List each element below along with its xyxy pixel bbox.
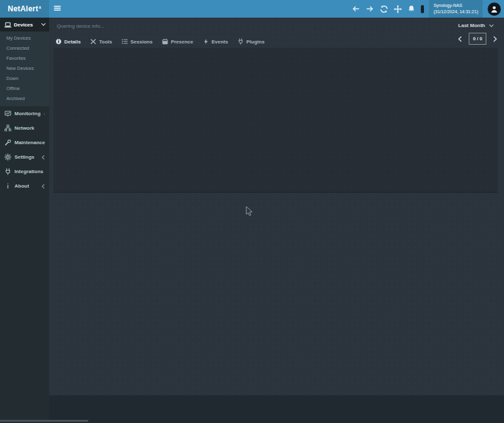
sidebar-item-devices[interactable]: Devices [0, 18, 49, 31]
chevron-left-icon [457, 36, 462, 42]
sidebar-maintenance-label: Maintenance [14, 140, 45, 145]
tab-plugins-label: Plugins [246, 39, 265, 45]
user-icon [490, 5, 498, 13]
device-query-input[interactable] [57, 21, 258, 31]
sidebar-item-my-devices[interactable]: My Devices [0, 33, 49, 43]
sitemap-icon [4, 125, 11, 132]
sidebar-item-connected[interactable]: Connected [0, 43, 49, 54]
tab-sessions-label: Sessions [130, 39, 152, 45]
tab-tools-label: Tools [99, 39, 112, 45]
sidebar-item-offline[interactable]: Offline [0, 84, 49, 94]
nav-forward-button[interactable] [365, 4, 374, 13]
sidebar-item-about[interactable]: About [0, 179, 49, 193]
bolt-icon [203, 38, 209, 45]
sidebar-item-archived[interactable]: Archived [0, 94, 49, 104]
horizontal-scrollbar-thumb[interactable] [0, 420, 88, 422]
list-icon [122, 38, 128, 45]
move-icon [394, 5, 402, 13]
tab-presence[interactable]: Presence [162, 38, 193, 45]
pagination-counter: 0 / 0 [469, 33, 486, 45]
hamburger-icon [53, 4, 62, 13]
tab-details[interactable]: Details [55, 38, 81, 45]
period-selector[interactable]: Last Month [458, 23, 494, 28]
sidebar-network-label: Network [14, 125, 35, 131]
brand-name: NetAlert [8, 4, 38, 13]
devices-submenu: My Devices Connected Favorites New Devic… [0, 31, 49, 106]
tab-plugins[interactable]: Plugins [238, 38, 265, 45]
sidebar-item-integrations[interactable]: Integrations [0, 164, 49, 179]
pagination-next-button[interactable] [491, 33, 499, 45]
sidebar-item-new-devices[interactable]: New Devices [0, 64, 49, 74]
sidebar-item-settings[interactable]: Settings [0, 150, 49, 164]
arrow-left-icon [352, 5, 360, 13]
navbar-controls: Synology-NAS (31/12/2024, 14:31:21) [352, 0, 501, 18]
chart-icon [4, 110, 11, 117]
chevron-left-icon [41, 155, 45, 160]
sidebar-integrations-label: Integrations [14, 169, 43, 174]
content-area: Last Month Details Tools [49, 18, 504, 395]
refresh-button[interactable] [379, 4, 388, 13]
brand-logo[interactable]: NetAlertx [0, 0, 49, 18]
chevron-left-icon [43, 111, 45, 116]
calendar-icon [162, 38, 168, 45]
sidebar-toggle-button[interactable] [53, 4, 64, 14]
netalertx-app: NetAlertx [0, 0, 504, 423]
tab-details-label: Details [64, 39, 81, 45]
gear-icon [4, 154, 11, 161]
sidebar-about-label: About [14, 183, 29, 189]
current-device-timestamp: (31/12/2024, 14:31:21) [433, 9, 478, 16]
sidebar-item-favorites[interactable]: Favorites [0, 54, 49, 64]
chevron-left-icon [41, 184, 45, 189]
arrow-right-icon [366, 5, 374, 13]
fullscreen-move-button[interactable] [393, 4, 402, 13]
sidebar-item-maintenance[interactable]: Maintenance [0, 135, 49, 150]
chevron-down-icon [489, 23, 494, 28]
notifications-button[interactable] [407, 4, 416, 13]
chevron-right-icon [493, 36, 498, 42]
sync-icon [380, 5, 388, 13]
tab-sessions[interactable]: Sessions [122, 38, 152, 45]
info-icon [4, 183, 11, 189]
user-avatar[interactable] [488, 3, 501, 16]
period-selector-value: Last Month [458, 23, 485, 28]
tab-events[interactable]: Events [203, 38, 228, 45]
sidebar-settings-label: Settings [14, 154, 35, 160]
sidebar: Devices My Devices Connected Favorites N… [0, 18, 49, 423]
sidebar-monitoring-label: Monitoring [14, 111, 40, 116]
sidebar-item-down[interactable]: Down [0, 74, 49, 84]
navbar-divider-pill [421, 5, 424, 13]
sidebar-devices-label: Devices [14, 22, 33, 28]
tab-presence-label: Presence [171, 39, 193, 45]
current-device-button[interactable]: Synology-NAS (31/12/2024, 14:31:21) [429, 0, 483, 18]
laptop-icon [4, 21, 11, 28]
current-device-name: Synology-NAS [433, 3, 478, 9]
screwdriver-wrench-icon [90, 38, 96, 45]
bell-icon [408, 5, 415, 13]
nav-back-button[interactable] [352, 4, 360, 13]
tab-tools[interactable]: Tools [90, 38, 112, 45]
top-navbar: NetAlertx [0, 0, 504, 18]
tab-events-label: Events [212, 39, 228, 45]
pagination: 0 / 0 [456, 33, 499, 45]
plug-icon [4, 168, 11, 175]
sidebar-item-monitoring[interactable]: Monitoring [0, 106, 49, 121]
tab-content-panel [54, 48, 498, 193]
info-circle-icon [55, 38, 62, 45]
chevron-down-icon [41, 22, 46, 27]
plug-icon [238, 38, 244, 45]
device-tabs: Details Tools Ses [55, 35, 265, 48]
brand-sup: x [39, 5, 42, 9]
wrench-icon [4, 139, 11, 146]
sidebar-item-network[interactable]: Network [0, 121, 49, 135]
pagination-prev-button[interactable] [456, 33, 464, 45]
